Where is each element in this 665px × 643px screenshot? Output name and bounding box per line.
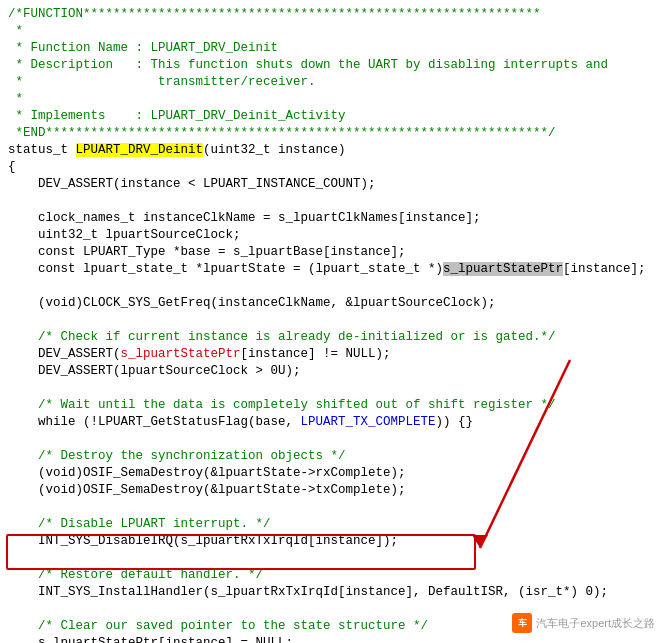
code-text: (void)CLOCK_SYS_GetFreq(instanceClkName,… [8, 295, 496, 312]
code-text: (void)OSIF_SemaDestroy(&lpuartState->rxC… [8, 465, 406, 482]
code-line: clock_names_t instanceClkName = s_lpuart… [0, 210, 665, 227]
code-line: DEV_ASSERT(instance < LPUART_INSTANCE_CO… [0, 176, 665, 193]
code-text: INT_SYS_InstallHandler(s_lpuartRxTxIrqId… [8, 584, 608, 601]
code-text: * Description : [8, 57, 151, 74]
code-line: const lpuart_state_t *lpuartState = (lpu… [0, 261, 665, 278]
code-line: (void)CLOCK_SYS_GetFreq(instanceClkName,… [0, 295, 665, 312]
code-text: status_t LPUART_DRV_Deinit(uint32_t inst… [8, 142, 346, 159]
code-line: (void)OSIF_SemaDestroy(&lpuartState->txC… [0, 482, 665, 499]
code-line: (void)OSIF_SemaDestroy(&lpuartState->rxC… [0, 465, 665, 482]
code-text: /* Check if current instance is already … [8, 329, 556, 346]
code-text: INT_SYS_DisableIRQ(s_lpuartRxTxIrqId[ins… [8, 533, 398, 550]
code-line: DEV_ASSERT(lpuartSourceClock > 0U); [0, 363, 665, 380]
code-line: /* Destroy the synchronization objects *… [0, 448, 665, 465]
code-line: DEV_ASSERT(s_lpuartStatePtr[instance] !=… [0, 346, 665, 363]
code-text: DEV_ASSERT(instance < LPUART_INSTANCE_CO… [8, 176, 376, 193]
code-text: /* Destroy the synchronization objects *… [8, 448, 346, 465]
code-line: /* Wait until the data is completely shi… [0, 397, 665, 414]
code-text: while (!LPUART_GetStatusFlag(base, LPUAR… [8, 414, 473, 431]
code-text: const LPUART_Type *base = s_lpuartBase[i… [8, 244, 406, 261]
code-text: /* Wait until the data is completely shi… [8, 397, 556, 414]
code-line: /* Disable LPUART interrupt. */ [0, 516, 665, 533]
code-line [0, 312, 665, 329]
code-line: uint32_t lpuartSourceClock; [0, 227, 665, 244]
code-line: * Description : This function shuts down… [0, 57, 665, 74]
code-line [0, 278, 665, 295]
code-line [0, 193, 665, 210]
code-text: uint32_t lpuartSourceClock; [8, 227, 241, 244]
code-line [0, 380, 665, 397]
code-text: /* Restore default handler. */ [8, 567, 263, 584]
code-text: const lpuart_state_t *lpuartState = (lpu… [8, 261, 646, 278]
code-line: s_lpuartStatePtr[instance] = NULL; [0, 635, 665, 643]
code-line: * Function Name : LPUART_DRV_Deinit [0, 40, 665, 57]
watermark-text: 汽车电子expert成长之路 [536, 616, 655, 631]
code-text: * Function Name : LPUART_DRV_Deinit [8, 40, 278, 57]
code-line: while (!LPUART_GetStatusFlag(base, LPUAR… [0, 414, 665, 431]
watermark-icon: 车 [512, 613, 532, 633]
code-text: * [8, 91, 23, 108]
code-container: /*FUNCTION******************************… [0, 0, 665, 643]
code-text: DEV_ASSERT(lpuartSourceClock > 0U); [8, 363, 301, 380]
code-text: { [8, 159, 16, 176]
code-text: /* Clear our saved pointer to the state … [8, 618, 428, 635]
code-line: * [0, 91, 665, 108]
code-text: clock_names_t instanceClkName = s_lpuart… [8, 210, 481, 227]
code-text: /* Disable LPUART interrupt. */ [8, 516, 271, 533]
watermark: 车 汽车电子expert成长之路 [512, 613, 655, 633]
code-text: * Implements : LPUART_DRV_Deinit_Activit… [8, 108, 346, 125]
code-text: *END************************************… [8, 125, 556, 142]
code-line: *END************************************… [0, 125, 665, 142]
code-line: /* Restore default handler. */ [0, 567, 665, 584]
code-line: const LPUART_Type *base = s_lpuartBase[i… [0, 244, 665, 261]
code-line: * Implements : LPUART_DRV_Deinit_Activit… [0, 108, 665, 125]
code-line: INT_SYS_DisableIRQ(s_lpuartRxTxIrqId[ins… [0, 533, 665, 550]
code-line: status_t LPUART_DRV_Deinit(uint32_t inst… [0, 142, 665, 159]
code-text: s_lpuartStatePtr[instance] = NULL; [8, 635, 293, 643]
code-line: * [0, 23, 665, 40]
code-text: /*FUNCTION******************************… [8, 6, 541, 23]
code-line [0, 431, 665, 448]
code-line [0, 550, 665, 567]
code-text: This function shuts down the UART by dis… [151, 57, 609, 74]
code-text: * [8, 23, 23, 40]
code-line: /* Check if current instance is already … [0, 329, 665, 346]
code-line: { [0, 159, 665, 176]
watermark-icon-text: 车 [518, 617, 527, 630]
code-text: DEV_ASSERT(s_lpuartStatePtr[instance] !=… [8, 346, 391, 363]
code-line [0, 499, 665, 516]
code-line: * transmitter/receiver. [0, 74, 665, 91]
code-text: * transmitter/receiver. [8, 74, 316, 91]
code-text: (void)OSIF_SemaDestroy(&lpuartState->txC… [8, 482, 406, 499]
code-line: /*FUNCTION******************************… [0, 6, 665, 23]
code-line: INT_SYS_InstallHandler(s_lpuartRxTxIrqId… [0, 584, 665, 601]
